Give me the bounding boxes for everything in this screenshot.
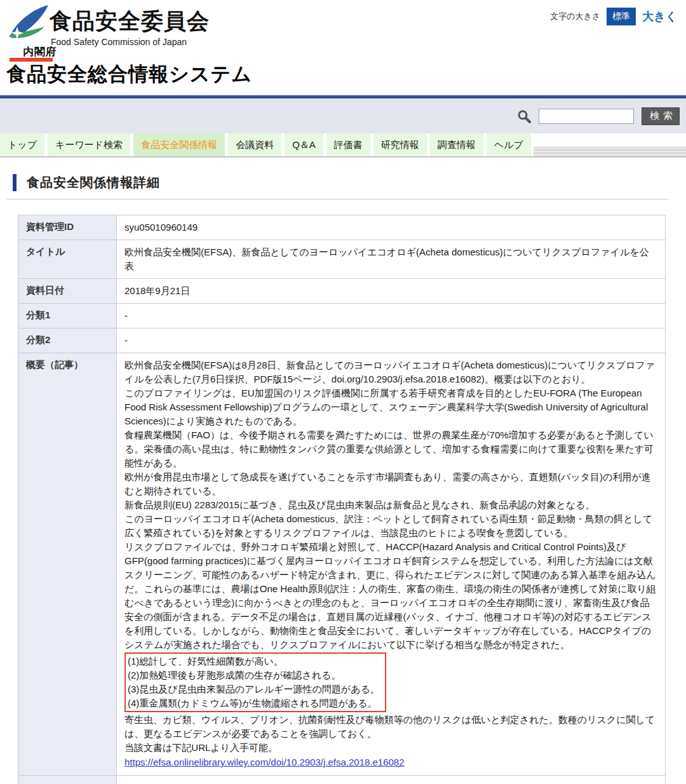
tab-assessment-reports[interactable]: 評価書 [326, 133, 370, 156]
table-row-summary: 概要（記事） 欧州食品安全機関(EFSA)は8月28日、新食品としてのヨーロッパ… [18, 353, 665, 776]
table-row-document-id: 資料管理ID syu05010960149 [18, 215, 665, 240]
font-size-label: 文字の大きさ [550, 11, 600, 22]
font-size-standard-button[interactable]: 標準 [607, 8, 636, 25]
summary-paragraph: 寄生虫、カビ類、ウイルス、プリオン、抗菌剤耐性及び毒物類等の他のリスクは低いと判… [124, 713, 657, 741]
row-value: - [117, 304, 665, 328]
row-value [117, 776, 665, 784]
search-button[interactable]: 検索 [642, 107, 680, 125]
document-url-link[interactable]: https://efsa.onlinelibrary.wiley.com/doi… [124, 755, 405, 770]
summary-paragraph: 新食品規則(EU) 2283/2015に基づき、昆虫及び昆虫由来製品は新食品と見… [124, 498, 657, 512]
page-title-block: 食品安全関係情報詳細 [6, 174, 668, 199]
summary-paragraph: リスクプロファイルでは、野外コオロギ繁殖場と対照して、HACCP(Hazard … [124, 540, 657, 652]
row-value: syu05010960149 [117, 215, 665, 240]
site-name: 食品安全委員会 [50, 6, 210, 36]
main-content: 食品安全関係情報詳細 資料管理ID syu05010960149 タイトル 欧州… [0, 158, 686, 784]
tab-keyword-search[interactable]: キーワード検索 [48, 133, 130, 156]
row-label: 資料日付 [18, 279, 117, 303]
summary-link-intro: 当該文書は下記URLより入手可能。 [124, 741, 657, 755]
summary-paragraph: 食糧農業機関（FAO）は、今後予期される需要を満たすためには、世界の農業生産が7… [124, 428, 657, 470]
concern-item: (3)昆虫及び昆虫由来製品のアレルギー源性の問題がある。 [128, 682, 380, 696]
row-label: タイトル [18, 240, 117, 278]
site-header: 内閣府 食品安全委員会 Food Safety Commission of Ja… [0, 0, 686, 95]
tab-meeting-materials[interactable]: 会議資料 [228, 133, 281, 156]
concern-item: (4)重金属類(カドミウム等)が生物濃縮される問題がある。 [128, 696, 380, 710]
tab-row-filler-bar [534, 147, 686, 156]
row-label: 概要（記事） [18, 353, 117, 775]
table-row-cutoff [18, 776, 665, 784]
page-title: 食品安全関係情報詳細 [27, 174, 160, 191]
cabinet-office-leaf-logo-icon [6, 4, 51, 47]
row-label: 分類1 [18, 304, 117, 328]
tab-food-safety-info[interactable]: 食品安全関係情報 [133, 133, 225, 156]
concern-item: (1)総計して、好気性細菌数が高い。 [128, 654, 380, 668]
tab-top[interactable]: トップ [0, 133, 44, 156]
table-row-document-date: 資料日付 2018年9月21日 [18, 279, 665, 304]
summary-text: 欧州食品安全機関(EFSA)は8月28日、新食品としてのヨーロッパイエコオロギ(… [117, 353, 665, 775]
row-value: - [117, 328, 665, 353]
site-name-english: Food Safety Commission of Japan [51, 37, 187, 47]
title-accent-bar [13, 174, 17, 191]
tab-help[interactable]: ヘルプ [487, 133, 531, 156]
summary-paragraph: このプロファイリングは、EU加盟国のリスク評価機関に所属する若手研究者育成を目的… [124, 386, 657, 428]
detail-table: 資料管理ID syu05010960149 タイトル 欧州食品安全機関(EFSA… [18, 215, 666, 784]
table-row-category2: 分類2 - [18, 328, 665, 353]
tab-qa[interactable]: Q＆A [285, 133, 323, 156]
highlighted-concerns-box: (1)総計して、好気性細菌数が高い。 (2)加熱処理後も芽胞形成菌の生存が確認さ… [124, 652, 386, 712]
search-band: 検索 [0, 98, 686, 133]
row-value: 欧州食品安全機関(EFSA)、新食品としてのヨーロッパイエコオロギ(Acheta… [117, 240, 665, 278]
row-label: 分類2 [18, 328, 117, 353]
tab-survey-info[interactable]: 調査情報 [430, 133, 483, 156]
row-label: 資料管理ID [18, 215, 117, 240]
summary-paragraph: このヨーロッパイエコオロギ(Acheta domesticus、訳注：ペットとし… [124, 512, 657, 540]
table-row-category1: 分類1 - [18, 304, 665, 328]
row-label [18, 776, 117, 784]
font-size-controls: 文字の大きさ 標準 大きく [550, 8, 677, 25]
tab-research-info[interactable]: 研究情報 [373, 133, 427, 156]
font-size-larger-button[interactable]: 大きく [642, 9, 677, 24]
search-icon [517, 109, 531, 123]
row-value: 2018年9月21日 [117, 279, 665, 303]
summary-paragraph: 欧州が食用昆虫市場として急成長を遂げていることを示す市場調査もあり、需要の高さか… [124, 470, 657, 498]
search-input[interactable] [539, 109, 634, 124]
system-title: 食品安全総合情報システム [6, 61, 252, 88]
summary-paragraph: 欧州食品安全機関(EFSA)は8月28日、新食品としてのヨーロッパイエコオロギ(… [124, 358, 657, 386]
concern-item: (2)加熱処理後も芽胞形成菌の生存が確認される。 [128, 668, 380, 682]
table-row-title: タイトル 欧州食品安全機関(EFSA)、新食品としてのヨーロッパイエコオロギ(A… [18, 240, 665, 279]
main-navigation: トップ キーワード検索 食品安全関係情報 会議資料 Q＆A 評価書 研究情報 調… [0, 133, 686, 158]
